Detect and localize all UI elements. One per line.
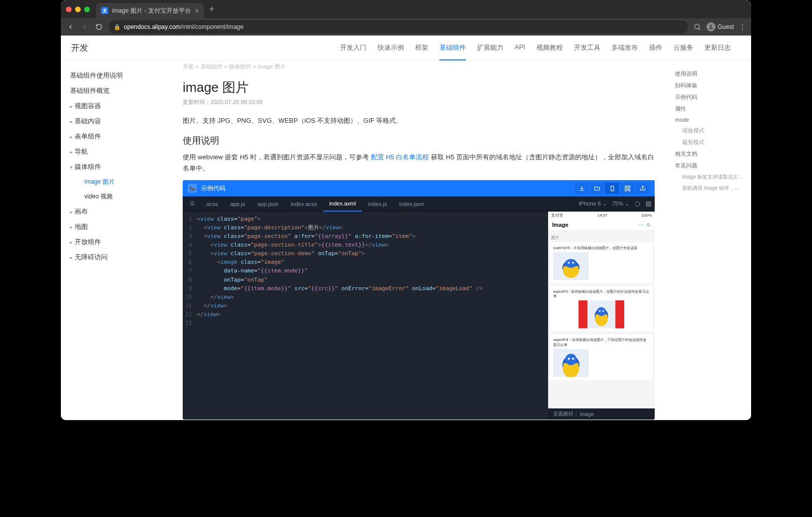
profile-chip[interactable]: Guest (706, 22, 734, 31)
toc-item[interactable]: 属性 (675, 103, 746, 115)
close-window-button[interactable] (66, 7, 72, 12)
back-button[interactable] (66, 22, 75, 31)
h5-whitelist-link[interactable]: 配置 H5 白名单流程 (371, 153, 429, 161)
sidebar-item[interactable]: 无障碍访问 (70, 250, 167, 265)
phone-content[interactable]: 图片 scaleToFill：不保持纵横比缩放图片，使图片完全适应aspectF… (548, 231, 655, 408)
nav-item[interactable]: API (515, 36, 525, 60)
doc-content: 开发 > 基础组件 > 媒体组件 > image 图片 image 图片 更新时… (167, 61, 670, 420)
toc-item[interactable]: mode (675, 115, 746, 125)
toc-item[interactable]: 常见问题 (675, 160, 746, 171)
nav-item[interactable]: 扩展能力 (477, 36, 503, 60)
ide-file-tab[interactable]: .acss (199, 196, 224, 212)
ide-qr-button[interactable] (620, 183, 634, 194)
reload-button[interactable] (94, 22, 104, 31)
svg-rect-10 (647, 201, 649, 203)
toc-item[interactable]: 使用说明 (675, 68, 746, 80)
ide-folder-button[interactable] (590, 183, 604, 194)
example-image (584, 300, 619, 328)
nav-item[interactable]: 插件 (649, 36, 662, 60)
toc-item[interactable]: image 标签支持读取流文… (675, 171, 746, 183)
svg-point-28 (572, 358, 574, 360)
component-description: 图片。支持 JPG、PNG、SVG、WEBP（iOS 不支持动图）、GIF 等格… (183, 116, 655, 125)
nav-item[interactable]: 开发入门 (340, 36, 366, 60)
close-tab-icon[interactable]: × (195, 7, 199, 15)
svg-rect-13 (649, 204, 651, 206)
url-text: opendocs.alipay.com/mini/component/image (124, 23, 244, 30)
doc-sidebar: 基础组件使用说明基础组件概览视图容器基础内容表单组件导航媒体组件image 图片… (61, 61, 167, 420)
sidebar-item[interactable]: image 图片 (70, 175, 167, 189)
toc-item[interactable]: 示例代码 (675, 91, 746, 103)
forward-button[interactable] (80, 22, 89, 31)
close-icon[interactable]: ⊙ (647, 222, 651, 227)
nav-item[interactable]: 云服务 (673, 36, 693, 60)
ide-sidebar-toggle[interactable]: ☰ (186, 196, 199, 212)
nav-item[interactable]: 视频教程 (536, 36, 563, 60)
ide-file-tab[interactable]: index.axml (323, 196, 362, 212)
nav-item[interactable]: 多端发布 (612, 36, 638, 60)
toc-item[interactable]: 缩放模式 (675, 125, 746, 136)
code-editor[interactable]: 1<view class="page">2 <view class="page-… (183, 212, 548, 420)
device-selector[interactable]: iPhone 6 ⌄ (579, 200, 607, 207)
svg-point-16 (565, 259, 577, 268)
sidebar-item[interactable]: 基础组件概览 (70, 83, 167, 98)
example-image (553, 349, 650, 377)
toc-item[interactable]: 相关文档 (675, 148, 746, 160)
search-icon[interactable] (693, 23, 701, 31)
nav-item[interactable]: 快速示例 (378, 36, 404, 60)
svg-line-1 (699, 28, 700, 30)
image-example-card: aspectFill：保持纵横比缩放图片，只保证图片的短边能完全显示出来 (550, 334, 653, 380)
ide-file-tab[interactable]: app.json (251, 196, 285, 212)
guest-avatar-icon (706, 22, 716, 31)
phone-status-bar: 支付宝14:57100% (548, 212, 655, 219)
toc-item[interactable]: 裁剪模式 (675, 136, 746, 148)
svg-rect-12 (647, 204, 649, 206)
sidebar-item[interactable]: 基础组件使用说明 (70, 68, 167, 83)
sidebar-item[interactable]: video 视频 (70, 189, 167, 204)
svg-rect-11 (649, 201, 651, 203)
ide-file-tab[interactable]: app.js (224, 196, 251, 212)
image-example-card: scaleToFill：不保持纵横比缩放图片，使图片完全适应 (550, 243, 653, 283)
svg-rect-5 (625, 186, 627, 188)
sidebar-item[interactable]: 表单组件 (70, 129, 167, 144)
maximize-window-button[interactable] (84, 7, 90, 12)
ide-file-tab[interactable]: index.js (362, 196, 393, 212)
toc-item[interactable]: 真机调用 image 组件，… (675, 183, 746, 194)
svg-rect-7 (625, 189, 627, 191)
svg-point-27 (568, 358, 570, 360)
sidebar-item[interactable]: 视图容器 (70, 98, 167, 114)
minimize-window-button[interactable] (75, 7, 81, 12)
ide-phone-button[interactable] (605, 183, 619, 194)
ide-grid-button[interactable] (646, 201, 652, 207)
ide-refresh-button[interactable] (634, 201, 640, 207)
nav-item[interactable]: 基础组件 (439, 36, 466, 60)
ide-download-button[interactable] (574, 183, 589, 194)
more-icon[interactable]: ⋯ (639, 222, 644, 227)
example-label: aspectFit：保持纵横比缩放图片，使图片的长边能完全显示出来 (553, 289, 650, 298)
ide-file-tab[interactable]: index.acss (285, 196, 323, 212)
sidebar-item[interactable]: 媒体组件 (70, 159, 167, 175)
ide-title: 示例代码 (201, 184, 225, 193)
page-title: image 图片 (183, 79, 655, 96)
sidebar-item[interactable]: 画布 (70, 204, 167, 219)
sidebar-item[interactable]: 导航 (70, 144, 167, 159)
usage-paragraph: 使用 webview 嵌套 H5 时，若遇到图片资源不显示问题，可参考 配置 H… (183, 152, 655, 174)
nav-item[interactable]: 框架 (415, 36, 428, 60)
sidebar-item[interactable]: 地图 (70, 219, 167, 234)
sidebar-item[interactable]: 基础内容 (70, 114, 167, 129)
chevron-down-icon: ⌄ (625, 200, 629, 206)
toc-item[interactable]: 扫码体验 (675, 80, 746, 91)
zoom-selector[interactable]: 75% ⌄ (612, 200, 629, 207)
ide-header: 🐜 示例代码 (183, 180, 655, 196)
sidebar-item[interactable]: 开放组件 (70, 234, 167, 250)
new-tab-button[interactable]: + (209, 4, 215, 15)
lock-icon: 🔒 (114, 24, 121, 30)
section-usage-heading: 使用说明 (183, 134, 655, 147)
nav-item[interactable]: 开发工具 (574, 36, 600, 60)
svg-rect-6 (628, 186, 630, 188)
nav-item[interactable]: 更新日志 (704, 36, 731, 60)
browser-menu-button[interactable]: ⋮ (739, 23, 746, 31)
ide-share-button[interactable] (635, 183, 650, 194)
ide-file-tab[interactable]: index.json (393, 196, 431, 212)
address-bar[interactable]: 🔒 opendocs.alipay.com/mini/component/ima… (109, 20, 688, 33)
browser-tab[interactable]: 支 image 图片 - 支付宝开放平台 × (96, 3, 204, 18)
